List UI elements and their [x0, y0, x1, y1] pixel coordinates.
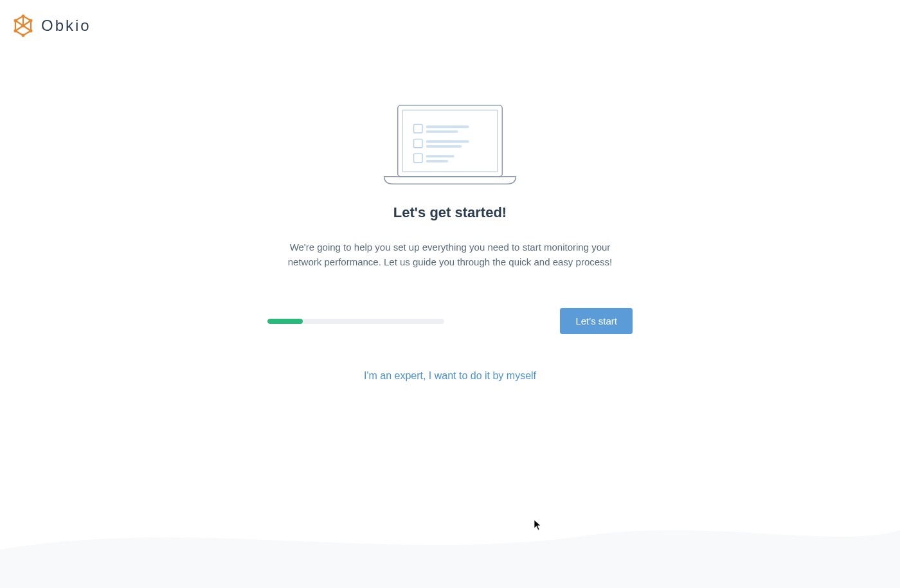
expert-link[interactable]: I'm an expert, I want to do it by myself	[364, 370, 536, 382]
svg-point-0	[22, 15, 25, 18]
brand-name: Obkio	[41, 17, 91, 35]
svg-rect-11	[426, 130, 458, 133]
svg-point-5	[14, 19, 17, 22]
progress-fill	[267, 319, 303, 324]
svg-point-2	[30, 30, 33, 33]
header: Obkio	[0, 0, 900, 51]
svg-rect-12	[414, 139, 422, 147]
brand-logo-icon	[12, 14, 35, 37]
laptop-illustration-icon	[379, 103, 521, 186]
svg-rect-13	[426, 140, 469, 143]
svg-rect-9	[414, 124, 422, 132]
svg-rect-15	[414, 154, 422, 162]
svg-point-1	[30, 19, 33, 22]
background-wave-decoration	[0, 498, 900, 588]
svg-rect-10	[426, 125, 469, 128]
mouse-cursor-icon	[534, 519, 543, 533]
svg-point-4	[14, 30, 17, 33]
svg-rect-16	[426, 155, 455, 157]
progress-bar	[267, 319, 444, 324]
onboarding-description: We're going to help you set up everythin…	[283, 240, 617, 269]
onboarding-content: Let's get started! We're going to help y…	[0, 103, 900, 382]
svg-rect-17	[426, 160, 448, 163]
svg-rect-14	[426, 145, 462, 148]
action-row: Let's start	[267, 308, 633, 334]
svg-point-6	[22, 24, 25, 28]
start-button[interactable]: Let's start	[560, 308, 633, 334]
svg-point-3	[22, 34, 25, 37]
onboarding-title: Let's get started!	[393, 204, 507, 221]
